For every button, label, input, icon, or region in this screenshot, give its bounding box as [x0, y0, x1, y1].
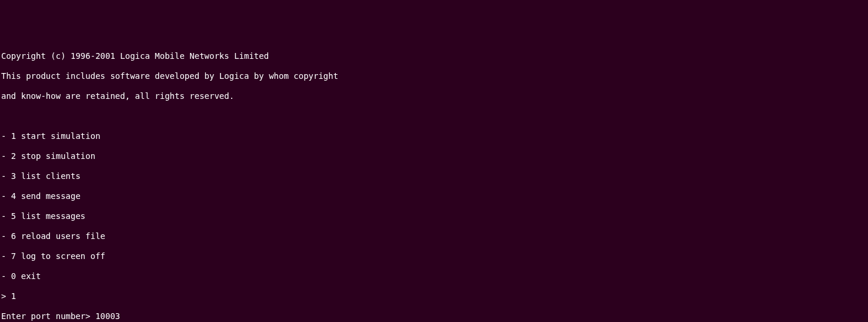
terminal-line: Copyright (c) 1996-2001 Logica Mobile Ne…	[1, 51, 867, 61]
terminal-line: and know-how are retained, all rights re…	[1, 91, 867, 101]
terminal-line: - 6 reload users file	[1, 231, 867, 241]
terminal-line: - 4 send message	[1, 191, 867, 201]
terminal-line: - 5 list messages	[1, 211, 867, 221]
terminal-line: - 1 start simulation	[1, 131, 867, 141]
terminal-line: Enter port number> 10003	[1, 311, 867, 321]
terminal-line: - 7 log to screen off	[1, 251, 867, 261]
terminal-line: - 2 stop simulation	[1, 151, 867, 161]
terminal-line: - 0 exit	[1, 271, 867, 281]
terminal-line: This product includes software developed…	[1, 71, 867, 81]
terminal-line: - 3 list clients	[1, 171, 867, 181]
terminal-line: > 1	[1, 291, 867, 301]
terminal-output[interactable]: Copyright (c) 1996-2001 Logica Mobile Ne…	[1, 41, 867, 322]
